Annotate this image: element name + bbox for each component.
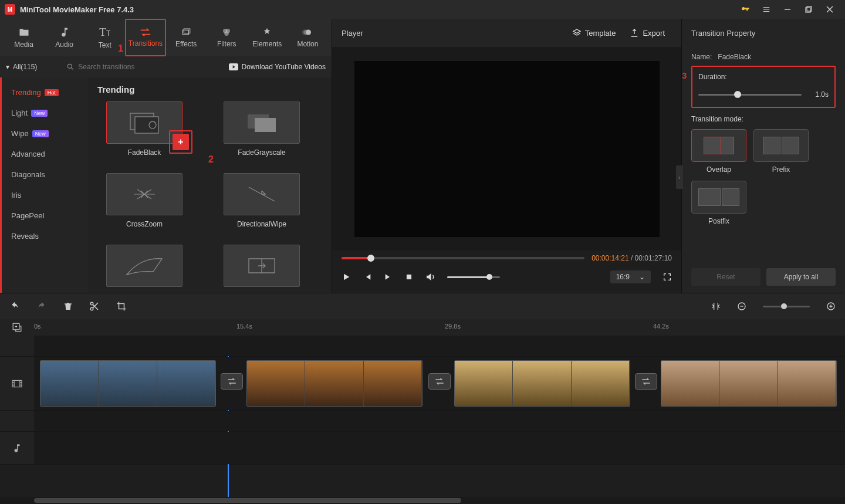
main-tabs: Media Audio TT Text Transitions 1 bbox=[0, 19, 332, 56]
audio-track[interactable] bbox=[34, 432, 845, 464]
auto-fit-button[interactable] bbox=[711, 302, 721, 311]
progress-handle[interactable] bbox=[367, 255, 374, 262]
add-transition-button[interactable]: + bbox=[173, 134, 189, 150]
zoom-slider[interactable] bbox=[763, 306, 810, 307]
zoom-handle[interactable] bbox=[781, 303, 787, 309]
transition-item-directionalwipe[interactable]: DirectionalWipe bbox=[215, 173, 309, 228]
timeline-clip[interactable] bbox=[40, 360, 216, 407]
transition-item-fadegrayscale[interactable]: FadeGrayscale bbox=[215, 102, 309, 157]
prev-frame-button[interactable] bbox=[363, 272, 372, 282]
timeline-transition-chip[interactable] bbox=[221, 373, 243, 390]
fullscreen-button[interactable] bbox=[663, 272, 672, 282]
apply-to-all-button[interactable]: Apply to all bbox=[766, 268, 836, 286]
timeline-transition-chip[interactable] bbox=[428, 373, 451, 390]
aspect-ratio-selector[interactable]: 16:9 ⌄ bbox=[610, 270, 651, 283]
tab-audio[interactable]: Audio bbox=[44, 19, 84, 56]
video-track-head[interactable] bbox=[0, 357, 34, 410]
mode-thumb-overlap[interactable] bbox=[691, 129, 746, 162]
timeline-hscroll[interactable] bbox=[0, 497, 845, 504]
timecode-total: 00:01:27:10 bbox=[635, 254, 672, 262]
volume-slider[interactable] bbox=[447, 276, 500, 278]
category-item-wipe[interactable]: WipeNew bbox=[2, 123, 88, 144]
redo-button[interactable] bbox=[36, 302, 47, 311]
crop-button[interactable] bbox=[116, 301, 127, 312]
template-button[interactable]: Template bbox=[565, 28, 623, 38]
app-title: MiniTool MovieMaker Free 7.4.3 bbox=[20, 5, 134, 14]
export-button[interactable]: Export bbox=[623, 28, 672, 38]
search-input[interactable] bbox=[78, 63, 172, 71]
tab-motion[interactable]: Motion bbox=[288, 19, 328, 56]
tab-filters[interactable]: Filters bbox=[207, 19, 247, 56]
tab-elements[interactable]: Elements bbox=[247, 19, 288, 56]
activate-key-icon[interactable] bbox=[735, 0, 756, 19]
next-frame-button[interactable] bbox=[384, 272, 393, 282]
minimize-button[interactable] bbox=[777, 0, 798, 19]
app-logo-icon: M bbox=[5, 4, 15, 15]
transition-thumb[interactable] bbox=[224, 173, 300, 215]
mode-item-prefix: Prefix bbox=[753, 129, 809, 174]
category-item-light[interactable]: LightNew bbox=[2, 103, 88, 123]
category-item-trending[interactable]: TrendingHot bbox=[2, 82, 88, 103]
transition-item-fold[interactable]: Fold bbox=[215, 245, 309, 293]
video-track[interactable] bbox=[34, 357, 845, 410]
transition-item-fadeblack[interactable]: 2+FadeBlack bbox=[97, 102, 191, 157]
timeline-clip[interactable] bbox=[661, 360, 837, 407]
download-youtube-link[interactable]: Download YouTube Videos bbox=[229, 63, 326, 71]
volume-button[interactable] bbox=[425, 272, 435, 282]
stop-button[interactable] bbox=[405, 273, 413, 281]
mode-thumb-prefix[interactable] bbox=[753, 129, 809, 162]
maximize-button[interactable] bbox=[798, 0, 819, 19]
add-track-button[interactable] bbox=[0, 319, 34, 336]
tab-effects[interactable]: Effects bbox=[166, 19, 207, 56]
badge-new: New bbox=[32, 130, 49, 137]
category-item-advanced[interactable]: Advanced bbox=[2, 144, 88, 164]
transition-item-pagecurl[interactable]: PageCurl bbox=[97, 245, 191, 293]
category-item-pagepeel[interactable]: PagePeel bbox=[2, 205, 88, 226]
category-all-dropdown[interactable]: ▾ All(115) bbox=[6, 63, 37, 71]
reset-button[interactable]: Reset bbox=[691, 268, 760, 286]
overlay-track[interactable] bbox=[34, 336, 845, 356]
category-item-diagonals[interactable]: Diagonals bbox=[2, 164, 88, 185]
tab-transitions[interactable]: Transitions 1 bbox=[125, 19, 165, 56]
audio-track-head[interactable] bbox=[0, 432, 34, 464]
zoom-in-button[interactable] bbox=[826, 302, 836, 311]
transition-thumb[interactable] bbox=[106, 173, 182, 215]
volume-handle[interactable] bbox=[486, 274, 492, 280]
transition-mode-label: Transition mode: bbox=[691, 115, 836, 123]
zoom-out-button[interactable] bbox=[737, 302, 746, 311]
transition-thumb[interactable] bbox=[106, 245, 182, 287]
timeline-clip[interactable] bbox=[246, 360, 422, 407]
transition-thumb[interactable] bbox=[224, 245, 300, 287]
volume-fill bbox=[447, 276, 489, 278]
category-item-reveals[interactable]: Reveals bbox=[2, 226, 88, 246]
transition-thumb[interactable]: + bbox=[106, 102, 182, 144]
transition-item-crosszoom[interactable]: CrossZoom bbox=[97, 173, 191, 228]
ruler-mark: 44.2s bbox=[653, 323, 669, 330]
timeline-clip[interactable] bbox=[454, 360, 630, 407]
progress-track[interactable] bbox=[342, 257, 584, 259]
category-item-iris[interactable]: Iris bbox=[2, 185, 88, 205]
svg-point-17 bbox=[90, 302, 93, 305]
duration-label: Duration: bbox=[698, 73, 829, 81]
svg-point-18 bbox=[90, 307, 93, 310]
close-button[interactable] bbox=[819, 0, 840, 19]
delete-button[interactable] bbox=[63, 301, 73, 312]
progress-fill bbox=[342, 257, 371, 259]
transition-thumb[interactable] bbox=[224, 102, 300, 144]
tab-text-label: Text bbox=[99, 41, 111, 49]
menu-button[interactable] bbox=[756, 0, 777, 19]
play-button[interactable] bbox=[342, 272, 351, 282]
undo-button[interactable] bbox=[9, 302, 20, 311]
split-button[interactable] bbox=[89, 301, 100, 312]
mode-item-overlap: Overlap bbox=[691, 129, 746, 174]
duration-slider[interactable] bbox=[698, 94, 802, 96]
timeline-ruler[interactable]: 0s15.4s29.8s44.2s bbox=[0, 319, 845, 336]
duration-handle[interactable] bbox=[734, 91, 741, 98]
properties-header: Transition Property bbox=[682, 19, 845, 47]
mode-thumb-postfix[interactable] bbox=[691, 181, 746, 214]
timeline-transition-chip[interactable] bbox=[635, 373, 657, 390]
mode-item-postfix: Postfix bbox=[691, 181, 746, 225]
tab-media[interactable]: Media bbox=[4, 19, 44, 56]
svg-rect-22 bbox=[12, 380, 22, 387]
overlay-track-head[interactable] bbox=[0, 336, 34, 356]
